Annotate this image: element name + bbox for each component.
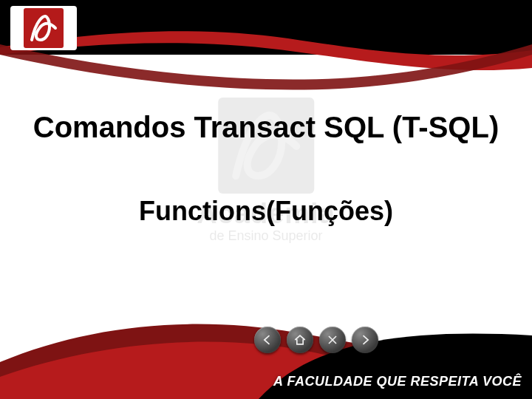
watermark-line2: de Ensino Superior xyxy=(209,228,322,244)
nav-button-group xyxy=(254,327,378,353)
close-icon xyxy=(325,332,340,347)
tagline-line1: A FACULDADE QUE RESPEITA xyxy=(273,374,478,389)
forward-button[interactable] xyxy=(352,327,378,353)
close-button[interactable] xyxy=(319,327,346,353)
home-icon xyxy=(293,332,307,347)
brand-logo xyxy=(10,6,77,50)
arrow-left-icon xyxy=(260,332,275,347)
slide: Academia de Ensino Superior Comandos Tra… xyxy=(0,0,532,399)
alpha-icon xyxy=(24,8,64,48)
home-button[interactable] xyxy=(287,327,313,353)
slide-title: Comandos Transact SQL (T-SQL) xyxy=(16,111,516,144)
arrow-right-icon xyxy=(358,332,372,347)
content: Comandos Transact SQL (T-SQL) Functions(… xyxy=(0,111,532,227)
slide-subtitle: Functions(Funções) xyxy=(139,196,393,227)
tagline-line2: VOCÊ xyxy=(482,374,522,389)
back-button[interactable] xyxy=(254,327,281,353)
footer-tagline: A FACULDADE QUE RESPEITA VOCÊ xyxy=(273,375,522,389)
top-bar xyxy=(0,0,532,55)
